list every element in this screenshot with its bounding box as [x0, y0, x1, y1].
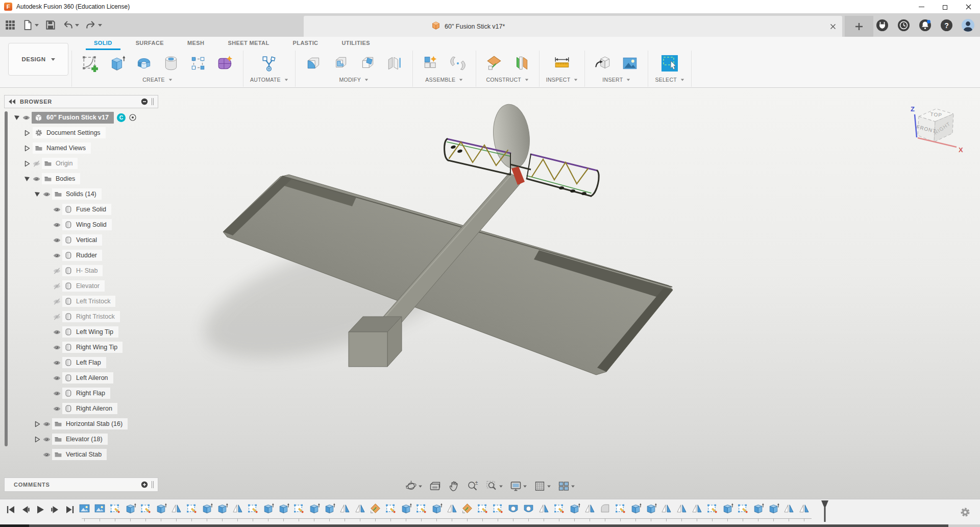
play-button[interactable] — [34, 503, 46, 516]
step-forward-button[interactable] — [48, 503, 61, 516]
timeline-feature-sketch[interactable] — [245, 502, 260, 521]
pan-button[interactable] — [446, 478, 463, 494]
eye-icon[interactable] — [21, 113, 31, 122]
timeline-feature-mirror[interactable] — [352, 502, 368, 521]
tree-row-elevator-18-[interactable]: Elevator (18) — [4, 432, 158, 447]
tree-row-right-tristock[interactable]: Right Tristock — [4, 309, 158, 324]
add-comment-icon[interactable] — [141, 481, 148, 488]
timeline-feature-extrude[interactable] — [567, 502, 582, 521]
timeline-feature-mirror[interactable] — [444, 502, 459, 521]
expand-arrow-icon[interactable] — [12, 114, 21, 121]
timeline-feature-extrude[interactable] — [750, 502, 766, 521]
timeline-feature-sketch[interactable] — [184, 502, 199, 521]
eye-on-icon[interactable] — [52, 236, 61, 245]
avatar-button[interactable] — [961, 18, 975, 32]
skip-end-button[interactable] — [63, 503, 76, 516]
eye-on-icon[interactable] — [42, 190, 51, 199]
create-dropdown[interactable]: CREATE — [142, 77, 173, 83]
shell-tool-button[interactable] — [356, 52, 379, 75]
eye-off-icon[interactable] — [52, 313, 61, 321]
tree-row-fuse-solid[interactable]: Fuse Solid — [4, 202, 158, 217]
tab-sheet-metal[interactable]: SHEET METAL — [219, 37, 277, 50]
document-tab[interactable]: 60" Fusion Stick v17* — [304, 16, 842, 37]
viewport-canvas[interactable]: TOP FRONT RIGHT Z X BROWSER — [0, 88, 980, 499]
restore-button[interactable] — [933, 0, 957, 13]
timeline-feature-hole[interactable] — [505, 502, 521, 521]
timeline-feature-combine[interactable] — [459, 502, 475, 521]
eye-on-icon[interactable] — [52, 221, 61, 229]
timeline-feature-sketch[interactable] — [291, 502, 306, 521]
fillet-tool-button[interactable] — [329, 52, 352, 75]
tree-row-left-wing-tip[interactable]: Left Wing Tip — [4, 324, 158, 340]
timeline-feature-extrude[interactable] — [306, 502, 322, 521]
timeline-feature-extrude[interactable] — [322, 502, 337, 521]
tree-row-elevator[interactable]: Elevator — [4, 278, 158, 294]
timeline-feature-mirror[interactable] — [230, 502, 245, 521]
timeline-feature-mirror[interactable] — [337, 502, 352, 521]
form-tool-button[interactable] — [214, 52, 236, 75]
tree-row-left-aileron[interactable]: Left Aileron — [4, 370, 158, 386]
insert-dropdown[interactable]: INSERT — [602, 77, 630, 83]
zoom-button[interactable]: ± — [464, 478, 482, 494]
eye-on-icon[interactable] — [42, 450, 51, 459]
display-settings-button[interactable] — [507, 478, 530, 494]
undo-button[interactable] — [61, 17, 81, 33]
save-button[interactable] — [43, 17, 58, 33]
minimize-panel-icon[interactable] — [141, 98, 148, 105]
eye-on-icon[interactable] — [42, 420, 51, 428]
construct-plane-tool-button[interactable] — [483, 52, 505, 75]
timeline-feature-extrude[interactable] — [153, 502, 168, 521]
tree-row-left-flap[interactable]: Left Flap — [4, 355, 158, 370]
timeline-feature-extrude[interactable] — [766, 502, 781, 521]
tree-row-right-wing-tip[interactable]: Right Wing Tip — [4, 340, 158, 355]
notifications-button[interactable] — [918, 18, 932, 32]
tab-solid[interactable]: SOLID — [86, 37, 120, 50]
timeline-feature-sketch[interactable] — [704, 502, 720, 521]
measure-tool-button[interactable] — [551, 52, 573, 75]
eye-on-icon[interactable] — [52, 358, 61, 367]
timeline-feature-extrude[interactable] — [720, 502, 735, 521]
tree-row-h-stab[interactable]: H- Stab — [4, 263, 158, 278]
tab-surface[interactable]: SURFACE — [128, 37, 172, 50]
tree-row-vertical-stab[interactable]: Vertical Stab — [4, 447, 158, 462]
insert-canvas-tool-button[interactable] — [619, 52, 641, 75]
timeline-feature-hole[interactable] — [521, 502, 536, 521]
comments-panel[interactable]: COMMENTS — [4, 477, 158, 492]
browser-root-row[interactable]: 60" Fusion Stick v17 C — [4, 110, 158, 125]
select-tool-button[interactable] — [658, 52, 681, 75]
grid-display-button[interactable] — [531, 478, 554, 494]
timeline-feature-mirror[interactable] — [781, 502, 796, 521]
tab-plastic[interactable]: PLASTIC — [285, 37, 327, 50]
insert-derive-tool-button[interactable] — [592, 52, 614, 75]
tree-row-vertical[interactable]: Vertical — [4, 232, 158, 248]
eye-on-icon[interactable] — [42, 435, 51, 444]
timeline-feature-extrude[interactable] — [260, 502, 276, 521]
redo-button[interactable] — [84, 17, 104, 33]
expand-arrow-icon[interactable] — [22, 145, 32, 152]
timeline-feature-extrude[interactable] — [276, 502, 291, 521]
panel-resize-handle[interactable] — [152, 481, 154, 488]
timeline-feature-sketch[interactable] — [551, 502, 567, 521]
step-back-button[interactable] — [19, 503, 32, 516]
timeline-feature-sketch[interactable] — [490, 502, 505, 521]
timeline-feature-sketch[interactable] — [383, 502, 398, 521]
eye-off-icon[interactable] — [32, 159, 41, 168]
create-sketch-tool-button[interactable] — [79, 52, 101, 75]
expand-arrow-icon[interactable] — [22, 130, 32, 136]
eye-on-icon[interactable] — [52, 328, 61, 337]
timeline-feature-sketch[interactable] — [107, 502, 122, 521]
revolve-tool-button[interactable] — [133, 52, 155, 75]
timeline-feature-fillet[interactable] — [597, 502, 612, 521]
tree-row-wing-solid[interactable]: Wing Solid — [4, 217, 158, 232]
timeline-feature-mirror[interactable] — [536, 502, 551, 521]
tree-row-right-flap[interactable]: Right Flap — [4, 386, 158, 401]
timeline-feature-extrude[interactable] — [398, 502, 413, 521]
skip-start-button[interactable] — [4, 503, 17, 516]
apps-grid-button[interactable] — [3, 17, 17, 33]
workspace-selector[interactable]: DESIGN — [8, 43, 68, 76]
extrude-tool-button[interactable] — [106, 52, 128, 75]
new-tab-button[interactable] — [845, 16, 873, 37]
dropdown-caret-icon[interactable] — [98, 24, 102, 27]
help-button[interactable]: ? — [940, 18, 953, 32]
eye-on-icon[interactable] — [52, 251, 61, 260]
